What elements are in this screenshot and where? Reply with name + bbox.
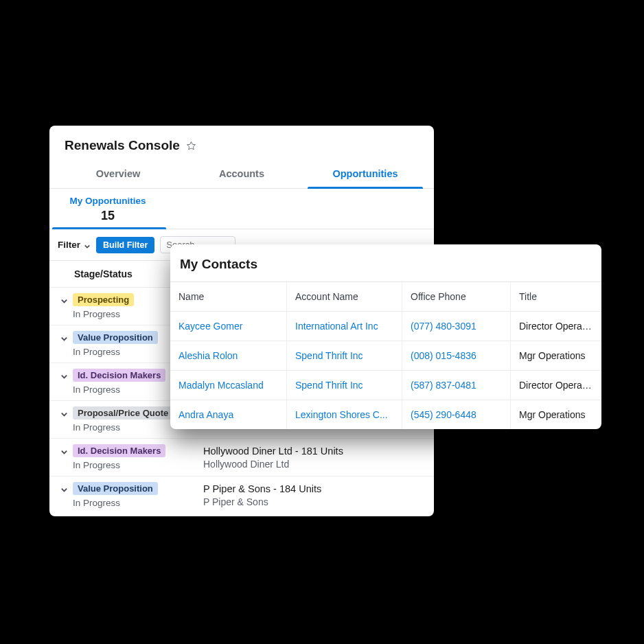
expand-toggle[interactable] (55, 406, 73, 418)
status-text: In Progress (73, 460, 203, 470)
account-name: P Piper & Sons (203, 496, 427, 507)
contact-title: Mgr Operations (511, 341, 601, 370)
panel-header: Renewals Console (49, 126, 434, 160)
tab-row: Overview Accounts Opportunities (49, 160, 434, 189)
my-contacts-panel: My Contacts Name Account Name Office Pho… (170, 244, 601, 429)
contact-row: Kaycee GomerInternational Art Inc(077) 4… (170, 311, 601, 341)
stage-badge: Value Proposition (73, 331, 158, 344)
expand-toggle[interactable] (55, 293, 73, 305)
contacts-header-title: Title (511, 282, 601, 311)
status-text: In Progress (73, 498, 203, 508)
account-name: Hollywood Diner Ltd (203, 459, 427, 470)
tab-overview[interactable]: Overview (56, 160, 180, 188)
opportunity-row: Value PropositionIn ProgressP Piper & So… (49, 476, 434, 514)
stage-column: Id. Decision MakersIn Progress (73, 444, 203, 470)
detail-column: P Piper & Sons - 184 UnitsP Piper & Sons (203, 482, 434, 507)
column-header-stage: Stage/Status (74, 268, 133, 279)
contact-title: Mgr Operations (511, 400, 601, 429)
contacts-header-name: Name (170, 282, 287, 311)
stage-badge: Prospecting (73, 293, 134, 306)
star-icon[interactable] (185, 139, 198, 152)
contact-row: Andra AnayaLexington Shores C...(545) 29… (170, 400, 601, 429)
sub-tab-count: 15 (52, 209, 163, 223)
opportunity-name: P Piper & Sons - 184 Units (203, 483, 427, 494)
opportunity-row: Id. Decision MakersIn ProgressHollywood … (49, 439, 434, 476)
contact-title: Director Operations (511, 312, 601, 341)
contact-account-link[interactable]: Spend Thrift Inc (287, 371, 402, 400)
contacts-title: My Contacts (170, 244, 601, 281)
contact-name-link[interactable]: Madalyn Mccasland (170, 371, 287, 400)
filter-dropdown[interactable]: Filter (58, 240, 91, 250)
contact-account-link[interactable]: International Art Inc (287, 312, 402, 341)
expand-toggle[interactable] (55, 331, 73, 343)
contacts-header-phone: Office Phone (402, 282, 511, 311)
contacts-header-account: Account Name (287, 282, 402, 311)
contacts-header-row: Name Account Name Office Phone Title (170, 281, 601, 311)
stage-badge: Id. Decision Makers (73, 369, 165, 382)
stage-badge: Value Proposition (73, 482, 158, 495)
contact-name-link[interactable]: Andra Anaya (170, 400, 287, 429)
contact-phone-link[interactable]: (545) 290-6448 (402, 400, 511, 429)
contact-phone-link[interactable]: (587) 837-0481 (402, 371, 511, 400)
sub-tab-label: My Opportunities (52, 196, 163, 206)
contact-account-link[interactable]: Spend Thrift Inc (287, 341, 402, 370)
stage-badge: Id. Decision Makers (73, 444, 165, 457)
detail-column: Hollywood Diner Ltd - 181 UnitsHollywood… (203, 444, 434, 470)
chevron-down-icon (84, 242, 91, 249)
contact-account-link[interactable]: Lexington Shores C... (287, 400, 402, 429)
page-title: Renewals Console (65, 138, 180, 153)
filter-label: Filter (58, 240, 80, 250)
sub-tab-row: My Opportunities 15 (49, 189, 434, 229)
contact-name-link[interactable]: Kaycee Gomer (170, 312, 287, 341)
sub-tab-my-opportunities[interactable]: My Opportunities 15 (49, 189, 166, 229)
stage-badge: Proposal/Price Quote (73, 406, 173, 419)
expand-toggle[interactable] (55, 482, 73, 494)
opportunity-name: Hollywood Diner Ltd - 181 Units (203, 446, 427, 457)
tab-accounts[interactable]: Accounts (180, 160, 303, 188)
contact-row: Madalyn MccaslandSpend Thrift Inc(587) 8… (170, 370, 601, 400)
contact-phone-link[interactable]: (008) 015-4836 (402, 341, 511, 370)
contact-name-link[interactable]: Aleshia Rolon (170, 341, 287, 370)
stage-column: Value PropositionIn Progress (73, 482, 203, 508)
contact-title: Director Operations (511, 371, 601, 400)
contacts-body: Kaycee GomerInternational Art Inc(077) 4… (170, 311, 601, 429)
contact-row: Aleshia RolonSpend Thrift Inc(008) 015-4… (170, 341, 601, 370)
build-filter-button[interactable]: Build Filter (96, 237, 154, 253)
contact-phone-link[interactable]: (077) 480-3091 (402, 312, 511, 341)
tab-opportunities[interactable]: Opportunities (303, 160, 427, 188)
expand-toggle[interactable] (55, 369, 73, 380)
expand-toggle[interactable] (55, 444, 73, 456)
